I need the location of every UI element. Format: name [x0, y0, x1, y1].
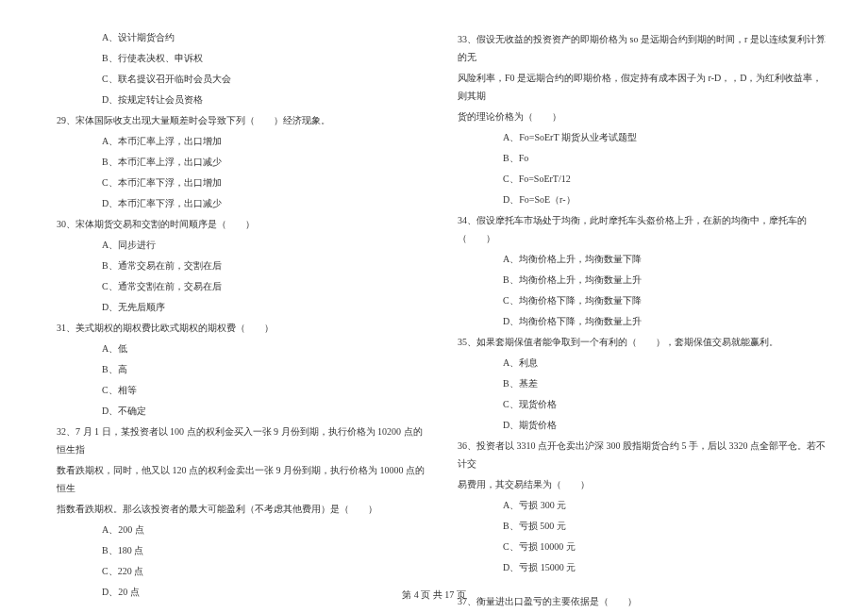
option-item: D、本币汇率下浮，出口减少 — [57, 194, 429, 212]
question-33: 33、假设无收益的投资资产的即期价格为 so 是远期合约到期的时间，r 是以连续… — [458, 30, 830, 66]
question-31: 31、美式期权的期权费比欧式期权的期权费（ ） — [57, 319, 429, 337]
option-item: B、基差 — [458, 374, 830, 392]
question-36: 36、投资者以 3310 点开仓卖出沪深 300 股指期货合约 5 手，后以 3… — [458, 437, 830, 472]
option-item: D、不确定 — [57, 402, 429, 420]
option-item: C、均衡价格下降，均衡数量下降 — [458, 291, 830, 309]
question-33-line3: 货的理论价格为（ ） — [458, 108, 830, 125]
option-item: B、180 点 — [57, 541, 429, 559]
option-item: A、本币汇率上浮，出口增加 — [57, 132, 429, 150]
question-34: 34、假设摩托车市场处于均衡，此时摩托车头盔价格上升，在新的均衡中，摩托车的（ … — [458, 211, 830, 247]
option-item: A、设计期货合约 — [57, 28, 429, 46]
question-30: 30、宋体期货交易和交割的时间顺序是（ ） — [57, 215, 429, 233]
option-item: B、高 — [57, 360, 429, 378]
question-32: 32、7 月 1 日，某投资者以 100 点的权利金买入一张 9 月份到期，执行… — [57, 422, 429, 458]
option-item: A、亏损 300 元 — [458, 496, 830, 514]
question-36-line2: 易费用，其交易结果为（ ） — [458, 475, 830, 493]
option-item: D、Fo=SoE（r-） — [458, 191, 830, 208]
option-item: D、亏损 15000 元 — [458, 558, 830, 576]
option-item: A、均衡价格上升，均衡数量下降 — [458, 250, 830, 268]
option-item: A、利息 — [458, 354, 830, 372]
option-item: C、220 点 — [57, 562, 429, 580]
option-item: B、均衡价格上升，均衡数量上升 — [458, 271, 830, 289]
option-item: B、Fo — [458, 149, 830, 167]
option-item: C、本币汇率下浮，出口增加 — [57, 174, 429, 191]
exam-page: A、设计期货合约 B、行使表决权、申诉权 C、联名提议召开临时会员大会 D、按规… — [0, 0, 868, 613]
question-32-line3: 指数看跌期权。那么该投资者的最大可能盈利（不考虑其他费用）是（ ） — [57, 500, 429, 518]
option-item: B、行使表决权、申诉权 — [57, 49, 429, 67]
page-footer: 第 4 页 共 17 页 — [0, 588, 868, 602]
option-item: C、亏损 10000 元 — [458, 538, 830, 555]
option-item: A、Fo=SoErT 期货从业考试题型 — [458, 128, 830, 146]
option-item: C、现货价格 — [458, 395, 830, 413]
question-29: 29、宋体国际收支出现大量顺差时会导致下列（ ）经济现象。 — [57, 111, 429, 129]
option-item: A、同步进行 — [57, 236, 429, 254]
option-item: A、低 — [57, 340, 429, 357]
question-35: 35、如果套期保值者能争取到一个有利的（ ），套期保值交易就能赢利。 — [458, 333, 830, 351]
option-item: D、无先后顺序 — [57, 298, 429, 316]
option-item: A、200 点 — [57, 521, 429, 538]
option-item: D、期货价格 — [458, 416, 830, 434]
option-item: C、通常交割在前，交易在后 — [57, 277, 429, 295]
option-item: B、通常交易在前，交割在后 — [57, 257, 429, 274]
option-item: D、按规定转让会员资格 — [57, 91, 429, 108]
option-item: C、相等 — [57, 381, 429, 399]
right-column: 33、假设无收益的投资资产的即期价格为 so 是远期合约到期的时间，r 是以连续… — [458, 28, 830, 613]
left-column: A、设计期货合约 B、行使表决权、申诉权 C、联名提议召开临时会员大会 D、按规… — [57, 28, 429, 613]
option-item: C、Fo=SoErT/12 — [458, 170, 830, 188]
option-item: C、联名提议召开临时会员大会 — [57, 70, 429, 88]
option-item: B、本币汇率上浮，出口减少 — [57, 153, 429, 171]
question-32-line2: 数看跌期权，同时，他又以 120 点的权利金卖出一张 9 月份到期，执行价格为 … — [57, 461, 429, 497]
option-item: B、亏损 500 元 — [458, 517, 830, 535]
option-item: D、均衡价格下降，均衡数量上升 — [458, 312, 830, 330]
question-33-line2: 风险利率，F0 是远期合约的即期价格，假定持有成本因子为 r-D，，D，为红利收… — [458, 69, 830, 105]
